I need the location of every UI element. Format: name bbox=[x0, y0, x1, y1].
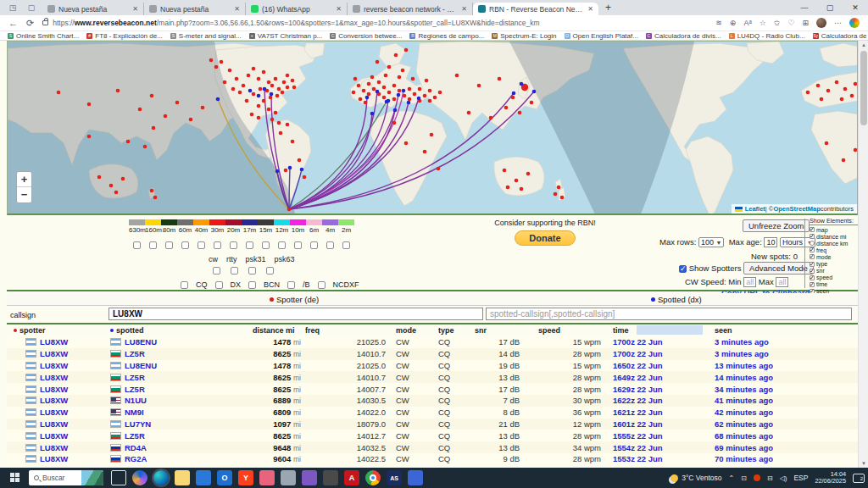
spotter-callsign-link[interactable]: LU8XW bbox=[40, 349, 68, 358]
spot-marker-red[interactable] bbox=[503, 169, 507, 173]
cw-min-input[interactable]: all bbox=[743, 277, 756, 287]
spotted-dx-option[interactable]: Spotted (dx) bbox=[651, 295, 702, 304]
band-checkbox-20m[interactable] bbox=[230, 241, 237, 249]
time-link[interactable]: 1555z 22 Jun bbox=[613, 431, 663, 441]
spot-marker-red[interactable] bbox=[189, 118, 193, 122]
spot-marker-blue[interactable] bbox=[365, 96, 370, 100]
header-time[interactable]: time bbox=[604, 324, 706, 336]
bookmark-item[interactable]: CConversion betwee... bbox=[330, 32, 402, 40]
unfreeze-zoom-button[interactable]: Unfreeze Zoom bbox=[743, 219, 810, 232]
spot-marker-red[interactable] bbox=[87, 135, 92, 139]
spot-marker-red[interactable] bbox=[201, 106, 205, 110]
maximize-button[interactable]: ▢ bbox=[817, 0, 843, 15]
spot-marker-red[interactable] bbox=[245, 99, 249, 103]
spot-marker-red[interactable] bbox=[826, 89, 831, 93]
spot-marker-red[interactable] bbox=[850, 94, 854, 98]
spot-marker-red[interactable] bbox=[387, 65, 392, 69]
tab-actions-icon[interactable]: ▢ bbox=[25, 3, 37, 13]
read-aloud-icon[interactable]: ≋ bbox=[715, 19, 722, 27]
donate-button[interactable]: Donate bbox=[515, 230, 576, 246]
header-speed[interactable]: speed bbox=[538, 324, 604, 336]
browser-tab[interactable]: (16) WhatsApp✕ bbox=[246, 3, 348, 15]
taskbar-weather[interactable]: 3°C Ventoso bbox=[670, 474, 721, 482]
close-button[interactable]: ✕ bbox=[843, 0, 868, 15]
spot-marker-red[interactable] bbox=[270, 118, 275, 122]
spot-marker-red[interactable] bbox=[554, 192, 558, 197]
microsoft-store-icon[interactable] bbox=[196, 470, 211, 485]
element-checkbox[interactable] bbox=[810, 254, 815, 259]
page-scrollbar[interactable]: ▲ ▼ bbox=[858, 41, 868, 468]
spot-marker-red[interactable] bbox=[267, 80, 271, 85]
spot-marker-red[interactable] bbox=[372, 87, 376, 92]
spot-marker-red[interactable] bbox=[394, 53, 398, 58]
time-link[interactable]: 1700z 22 Jun bbox=[613, 337, 663, 347]
spot-marker-red[interactable] bbox=[376, 60, 380, 64]
seen-link[interactable]: 34 minutes ago bbox=[715, 385, 773, 394]
element-checkbox[interactable] bbox=[810, 227, 815, 232]
spot-marker-red[interactable] bbox=[270, 84, 275, 88]
spot-marker-red[interactable] bbox=[262, 99, 266, 103]
spotted-callsign-link[interactable]: RD4A bbox=[125, 443, 147, 452]
spot-marker-red[interactable] bbox=[267, 108, 271, 112]
spot-marker-red[interactable] bbox=[437, 167, 441, 171]
time-link[interactable]: 1601z 22 Jun bbox=[613, 419, 663, 429]
header-distance[interactable]: distance mi bbox=[253, 324, 305, 336]
spot-marker-red[interactable] bbox=[175, 101, 180, 105]
show-element-mode[interactable]: mode bbox=[810, 253, 858, 260]
tab-close-icon[interactable]: ✕ bbox=[132, 5, 138, 13]
seen-link[interactable]: 68 minutes ago bbox=[715, 431, 773, 441]
spot-marker-red[interactable] bbox=[291, 140, 295, 144]
spot-marker-red[interactable] bbox=[209, 58, 214, 63]
spot-marker-red[interactable] bbox=[413, 92, 417, 97]
spot-marker-red[interactable] bbox=[250, 113, 254, 117]
spot-marker-blue[interactable] bbox=[520, 82, 524, 86]
spot-marker-red[interactable] bbox=[403, 94, 407, 98]
spot-marker-red[interactable] bbox=[303, 175, 307, 180]
spotter-callsign-input[interactable]: LU8XW bbox=[108, 308, 483, 320]
spot-marker-red[interactable] bbox=[223, 80, 227, 85]
spotter-callsign-link[interactable]: LU8XW bbox=[40, 385, 68, 394]
spotted-callsign-link[interactable]: LZ5R bbox=[125, 431, 145, 441]
spot-marker-red[interactable] bbox=[806, 91, 810, 95]
lock-icon[interactable] bbox=[42, 20, 48, 25]
max-rows-select[interactable]: 100 ▼ bbox=[698, 237, 724, 247]
spot-marker-red[interactable] bbox=[121, 177, 125, 181]
band-checkbox-10m[interactable] bbox=[294, 241, 302, 249]
tab-close-icon[interactable]: ✕ bbox=[234, 5, 240, 13]
browser-essentials-icon[interactable]: ♡ bbox=[787, 19, 794, 27]
browser-tab[interactable]: RBN - Reverse Beacon Network✕ bbox=[473, 3, 598, 15]
spot-marker-red[interactable] bbox=[425, 79, 429, 83]
spot-marker-red[interactable] bbox=[430, 133, 434, 137]
calculator-icon[interactable] bbox=[323, 470, 338, 485]
pink-app-icon[interactable] bbox=[259, 470, 275, 485]
spot-marker-red[interactable] bbox=[526, 172, 531, 176]
spot-marker-red[interactable] bbox=[382, 96, 387, 100]
seen-link[interactable]: 3 minutes ago bbox=[715, 337, 769, 347]
spotter-callsign-link[interactable]: LU8XW bbox=[40, 361, 68, 370]
element-checkbox[interactable] bbox=[810, 275, 815, 280]
spot-marker-red[interactable] bbox=[515, 179, 519, 183]
spot-marker-red[interactable] bbox=[362, 89, 366, 93]
time-link[interactable]: 1649z 22 Jun bbox=[613, 373, 663, 382]
spot-marker-red[interactable] bbox=[164, 114, 168, 119]
spot-marker-red[interactable] bbox=[820, 97, 824, 102]
show-element-type[interactable]: type bbox=[810, 260, 858, 267]
spot-marker-red[interactable] bbox=[279, 131, 283, 136]
spot-marker-red[interactable] bbox=[126, 140, 131, 144]
spot-marker-red[interactable] bbox=[489, 116, 493, 120]
show-element-time[interactable]: time bbox=[810, 281, 858, 288]
spot-marker-red[interactable] bbox=[352, 91, 356, 95]
spot-marker-red[interactable] bbox=[292, 86, 297, 90]
seen-link[interactable]: 41 minutes ago bbox=[715, 396, 773, 405]
time-link[interactable]: 1621z 22 Jun bbox=[613, 408, 663, 417]
bookmark-item[interactable]: #FT8 - Explicación de... bbox=[86, 32, 163, 40]
cw-max-input[interactable]: all bbox=[776, 277, 788, 287]
spot-marker-red[interactable] bbox=[291, 79, 295, 83]
time-link[interactable]: 1629z 22 Jun bbox=[613, 385, 663, 394]
spot-marker-red[interactable] bbox=[854, 82, 858, 86]
minimize-button[interactable]: — bbox=[792, 0, 817, 15]
spot-marker-blue[interactable] bbox=[512, 92, 516, 96]
mode-checkbox-rtty[interactable] bbox=[231, 267, 238, 274]
taskbar-clock[interactable]: 14:04 22/06/2025 bbox=[815, 471, 846, 485]
spot-marker-blue[interactable] bbox=[417, 97, 421, 101]
